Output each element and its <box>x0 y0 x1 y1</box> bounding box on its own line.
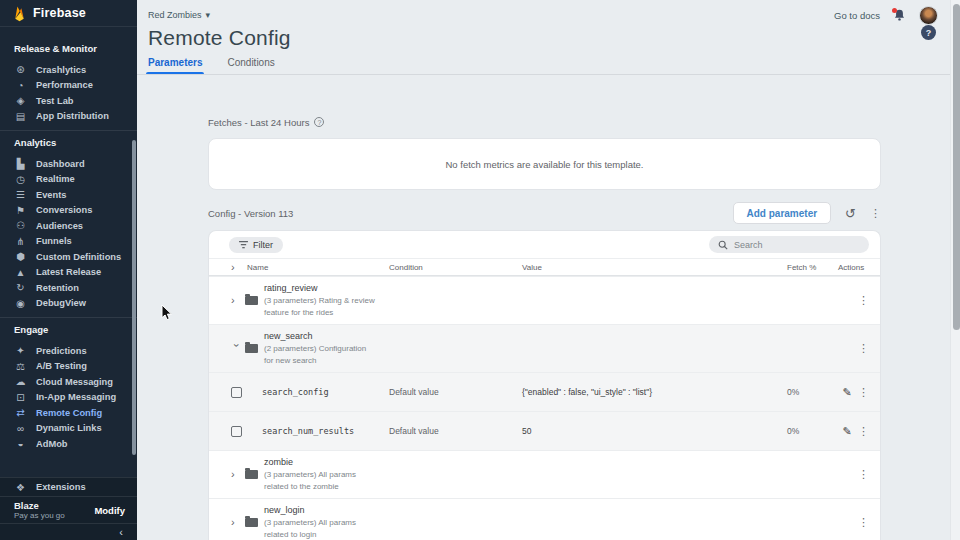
search-input[interactable] <box>734 240 854 250</box>
sidebar-item-debugview[interactable]: ◉DebugView <box>0 296 137 312</box>
avatar[interactable] <box>919 6 938 25</box>
sidebar-item-ab-testing[interactable]: ⚖A/B Testing <box>0 359 137 375</box>
config-version-label: Config - Version 113 <box>208 208 733 219</box>
filter-button[interactable]: Filter <box>229 237 283 253</box>
config-header: Config - Version 113 Add parameter ↺ ⋮ <box>208 202 881 224</box>
folder-icon <box>245 470 258 479</box>
condition-value: Default value <box>389 426 522 436</box>
sidebar-item-dynamic-links[interactable]: ∞Dynamic Links <box>0 421 137 437</box>
tab-conditions[interactable]: Conditions <box>227 57 274 74</box>
table-row: › rating_review (3 parameters) Rating & … <box>209 276 880 324</box>
main-scrollbar-thumb[interactable] <box>953 4 960 330</box>
row-checkbox[interactable] <box>231 426 242 437</box>
sidebar-footer: ❖Extensions Blaze Pay as you go Modify ‹ <box>0 477 137 540</box>
sidebar-item-latest-release[interactable]: ▲Latest Release <box>0 265 137 281</box>
sidebar-item-custom-definitions[interactable]: ⬢Custom Definitions <box>0 249 137 265</box>
folder-icon <box>245 344 258 353</box>
row-menu-icon[interactable]: ⋮ <box>858 516 869 529</box>
parameter-name: search_config <box>262 387 329 397</box>
modify-plan-button[interactable]: Modify <box>94 505 125 516</box>
sidebar-item-retention[interactable]: ↻Retention <box>0 280 137 296</box>
fetch-percent: 0% <box>787 426 832 436</box>
edit-icon[interactable]: ✎ <box>836 425 858 438</box>
folder-icon <box>245 296 258 305</box>
sidebar-item-remote-config[interactable]: ⇄Remote Config <box>0 405 137 421</box>
firebase-logo-text: Firebase <box>33 6 86 20</box>
help-button[interactable]: ? <box>921 25 936 40</box>
sidebar-item-conversions[interactable]: ⚑Conversions <box>0 203 137 219</box>
predictions-icon: ✦ <box>14 345 27 356</box>
config-menu-icon[interactable]: ⋮ <box>870 207 881 220</box>
mouse-cursor <box>161 304 173 325</box>
tab-parameters[interactable]: Parameters <box>148 57 202 74</box>
condition-value: Default value <box>389 387 522 397</box>
expand-row-icon[interactable]: › <box>231 469 241 480</box>
admob-icon: ◒ <box>14 438 27 449</box>
expand-all-icon[interactable]: › <box>231 262 241 273</box>
expand-row-icon[interactable]: › <box>231 517 241 528</box>
row-menu-icon[interactable]: ⋮ <box>858 342 869 355</box>
table-toolbar: Filter <box>209 231 880 259</box>
edit-icon[interactable]: ✎ <box>836 386 858 399</box>
sidebar-scrollbar[interactable] <box>132 140 136 455</box>
version-history-icon[interactable]: ↺ <box>845 206 856 221</box>
sidebar-item-predictions[interactable]: ✦Predictions <box>0 343 137 359</box>
column-name: Name <box>247 263 268 272</box>
sidebar-item-events[interactable]: ☰Events <box>0 187 137 203</box>
sidebar-item-dashboard[interactable]: ▙Dashboard <box>0 156 137 172</box>
firebase-logo[interactable]: Firebase <box>0 0 137 27</box>
row-menu-icon[interactable]: ⋮ <box>858 386 869 399</box>
sidebar-nav: Release & Monitor ⊛Crashlytics ◔Performa… <box>0 27 137 452</box>
parameter-name: search_num_results <box>262 426 354 436</box>
section-engage: Engage <box>14 324 137 336</box>
conversions-icon: ⚑ <box>14 205 27 216</box>
sidebar-item-cloud-messaging[interactable]: ☁Cloud Messaging <box>0 374 137 390</box>
sidebar-item-admob[interactable]: ◒AdMob <box>0 436 137 452</box>
sidebar-divider <box>0 317 137 318</box>
group-description: (2 parameters) Configuration for new sea… <box>264 343 376 365</box>
filter-label: Filter <box>253 240 273 250</box>
sidebar-item-audiences[interactable]: ⚇Audiences <box>0 218 137 234</box>
parameters-table-card: Filter › Name Condition Value Fetch % Ac… <box>208 230 881 540</box>
project-selector[interactable]: Red Zombies ▾ <box>148 10 210 20</box>
topbar: Red Zombies ▾ Go to docs <box>137 0 950 24</box>
row-menu-icon[interactable]: ⋮ <box>858 425 869 438</box>
sidebar-collapse-button[interactable]: ‹ <box>0 524 137 540</box>
sidebar-item-realtime[interactable]: ◷Realtime <box>0 172 137 188</box>
sidebar-item-performance[interactable]: ◔Performance <box>0 78 137 94</box>
row-checkbox[interactable] <box>231 387 242 398</box>
sidebar-item-funnels[interactable]: ⋔Funnels <box>0 234 137 250</box>
sidebar-item-test-lab[interactable]: ◈Test Lab <box>0 93 137 109</box>
add-parameter-button[interactable]: Add parameter <box>733 202 832 224</box>
row-menu-icon[interactable]: ⋮ <box>858 468 869 481</box>
fetches-label: Fetches - Last 24 Hours <box>208 117 309 128</box>
plan-subtitle: Pay as you go <box>14 511 65 520</box>
expand-row-icon[interactable]: › <box>231 295 241 306</box>
in-app-messaging-icon: ⊡ <box>14 392 27 403</box>
sidebar-item-app-distribution[interactable]: ▤App Distribution <box>0 109 137 125</box>
sidebar-item-in-app-messaging[interactable]: ⊡In-App Messaging <box>0 390 137 406</box>
events-icon: ☰ <box>14 189 27 200</box>
group-name: rating_review <box>264 283 376 293</box>
latest-release-icon: ▲ <box>14 267 27 278</box>
notifications-bell-icon[interactable] <box>893 8 906 22</box>
column-condition: Condition <box>389 263 522 272</box>
plan-row: Blaze Pay as you go Modify <box>0 497 137 523</box>
sidebar-item-crashlytics[interactable]: ⊛Crashlytics <box>0 62 137 78</box>
collapse-row-icon[interactable]: › <box>231 344 242 354</box>
sidebar-item-extensions[interactable]: ❖Extensions <box>0 478 137 496</box>
main-scrollbar[interactable] <box>950 0 960 540</box>
collapse-icon: ‹ <box>119 526 123 538</box>
dashboard-icon: ▙ <box>14 158 27 169</box>
folder-icon <box>245 518 258 527</box>
sidebar: Firebase Release & Monitor ⊛Crashlytics … <box>0 0 137 540</box>
fetches-help-icon[interactable]: ? <box>314 117 324 127</box>
sidebar-divider <box>0 130 137 131</box>
go-to-docs-link[interactable]: Go to docs <box>834 10 880 21</box>
table-row: › zombie (3 parameters) All params relat… <box>209 450 880 498</box>
funnels-icon: ⋔ <box>14 236 27 247</box>
search-field[interactable] <box>709 236 869 253</box>
tab-bar: Parameters Conditions <box>137 57 950 75</box>
group-name: new_login <box>264 505 376 515</box>
row-menu-icon[interactable]: ⋮ <box>858 294 869 307</box>
